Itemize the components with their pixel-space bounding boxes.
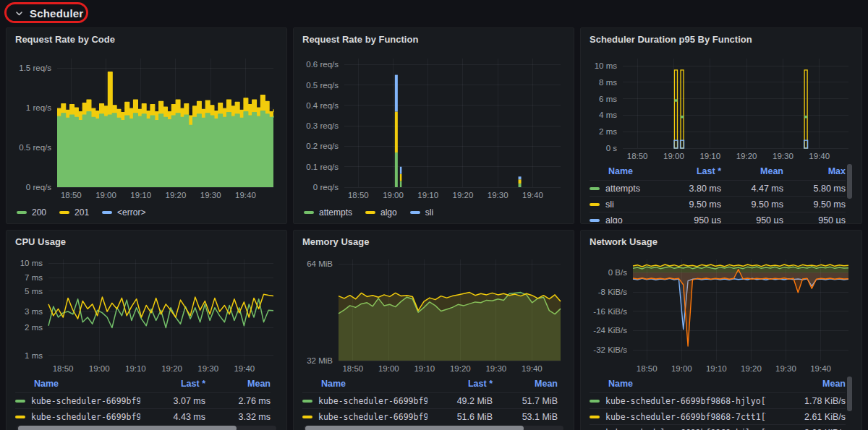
chart-cpu-usage[interactable]: 1 ms2 ms3 ms5 ms7 ms10 ms18:5019:0019:10… xyxy=(15,254,278,375)
legend-column-header[interactable]: Mean xyxy=(205,379,271,389)
legend-label: 201 xyxy=(75,207,89,218)
panel-title[interactable]: Scheduler Duration p95 By Function xyxy=(590,34,853,51)
bar-spike[interactable] xyxy=(804,70,808,148)
legend-row: algo950 µs950 µs950 µs xyxy=(590,212,846,223)
legend-series-name[interactable]: kube-scheduler-6699bf9868-hjlyo xyxy=(15,396,140,406)
bar-spike[interactable] xyxy=(400,167,402,187)
chart-svg[interactable]: 0 s2 ms4 ms6 ms8 ms10 ms18:5019:0019:101… xyxy=(590,51,853,163)
legend-column-header[interactable]: Mean xyxy=(493,379,558,389)
legend-scrollbar[interactable] xyxy=(847,164,852,199)
x-axis-tick-label: 19:20 xyxy=(161,364,182,373)
legend-column-header[interactable]: Mean xyxy=(766,379,846,389)
series-color-chip xyxy=(410,211,420,214)
legend-series-name[interactable]: kube-scheduler-6699bf9868-7ctt1[Tx] xyxy=(590,412,766,422)
bar-spike[interactable] xyxy=(519,176,522,187)
chart-svg[interactable]: 32 MiB64 MiB18:5019:0019:1019:2019:3019:… xyxy=(302,254,565,375)
legend-item-<error>[interactable]: <error> xyxy=(102,207,145,218)
chevron-down-icon[interactable] xyxy=(14,9,23,17)
legend-label: sli xyxy=(425,207,433,218)
legend-series-name[interactable]: algo xyxy=(590,215,659,224)
legend-column-header[interactable]: Name xyxy=(590,166,659,176)
x-axis-tick-label: 19:30 xyxy=(773,152,793,160)
legend-label: sli xyxy=(605,199,614,210)
bar-spike[interactable] xyxy=(674,70,678,148)
x-axis-tick-label: 19:40 xyxy=(522,364,542,373)
chart-svg[interactable]: 0 B/s-8 KiB/s-16 KiB/s-24 KiB/s-32 KiB/s… xyxy=(590,254,853,375)
x-axis-tick-label: 19:20 xyxy=(736,152,757,160)
legend-label: attempts xyxy=(605,184,640,194)
legend-series-name[interactable]: kube-scheduler-6699bf9868-7ctt1 xyxy=(15,412,140,422)
y-axis-tick-label: 1.5 req/s xyxy=(19,64,51,72)
chart-memory-usage[interactable]: 32 MiB64 MiB18:5019:0019:1019:2019:3019:… xyxy=(302,254,565,375)
chart-scheduler-duration-p95[interactable]: 0 s2 ms4 ms6 ms8 ms10 ms18:5019:0019:101… xyxy=(590,51,853,163)
chart-request-rate-by-code[interactable]: 0 req/s0.5 req/s1 req/s1.5 req/s18:5019:… xyxy=(15,51,278,202)
series-color-chip xyxy=(302,416,312,418)
legend-h-scrollbar[interactable] xyxy=(17,425,276,430)
legend-column-header[interactable]: Mean xyxy=(721,166,783,176)
series-line-kube-scheduler-6699bf9868-7ctt1[Rx][interactable] xyxy=(633,270,848,346)
panel-title[interactable]: Request Rate by Code xyxy=(15,34,278,51)
legend-label: kube-scheduler-6699bf9868-7ctt1[Tx] xyxy=(605,412,766,422)
legend-series-name[interactable]: attempts xyxy=(590,184,659,194)
y-axis-tick-label: 10 ms xyxy=(20,259,43,267)
axis-labels: 0 req/s0.1 req/s0.2 req/s0.3 req/s0.4 re… xyxy=(306,60,543,199)
series-line-kube-scheduler-6699bf9868-hjlyo[Rx][interactable] xyxy=(633,278,848,329)
legend-item-201[interactable]: 201 xyxy=(59,207,89,218)
legend-column-header[interactable]: Last * xyxy=(140,379,205,389)
legend-series-name[interactable]: sli xyxy=(590,199,659,210)
panel-title[interactable]: Memory Usage xyxy=(302,236,565,254)
chart-svg[interactable]: 0 req/s0.1 req/s0.2 req/s0.3 req/s0.4 re… xyxy=(302,51,565,202)
chart-network-usage[interactable]: 0 B/s-8 KiB/s-16 KiB/s-24 KiB/s-32 KiB/s… xyxy=(590,254,853,375)
legend-column-header[interactable]: Last * xyxy=(427,379,493,389)
legend-scrollbar[interactable] xyxy=(847,377,852,411)
legend-header-row: NameLast *MeanMax xyxy=(590,163,846,180)
y-axis-tick-label: 0 req/s xyxy=(26,183,51,192)
legend-item-sli[interactable]: sli xyxy=(410,207,433,218)
series-color-chip xyxy=(15,416,25,418)
panel-title[interactable]: Request Rate by Function xyxy=(302,34,565,51)
bar-spike[interactable] xyxy=(395,75,398,187)
y-axis-tick-label: 0.2 req/s xyxy=(306,142,339,150)
legend-column-header[interactable]: Name xyxy=(590,379,766,389)
panel-request-rate-by-function: Request Rate by Function 0 req/s0.1 req/… xyxy=(293,27,574,224)
scrollbar-thumb[interactable] xyxy=(18,426,237,430)
y-axis-tick-label: 3 ms xyxy=(25,307,43,316)
legend-column-header[interactable]: Name xyxy=(15,379,140,389)
scrollbar-thumb[interactable] xyxy=(305,426,524,430)
y-axis-tick-label: 0.6 req/s xyxy=(306,60,339,69)
series-color-chip xyxy=(365,211,375,214)
row-title[interactable]: Scheduler xyxy=(30,7,83,20)
legend-series-name[interactable]: kube-scheduler-6699bf9868-7ctt1 xyxy=(302,412,427,422)
legend-column-header[interactable]: Max xyxy=(783,166,846,176)
legend-item-algo[interactable]: algo xyxy=(365,207,397,218)
chart-svg[interactable]: 1 ms2 ms3 ms5 ms7 ms10 ms18:5019:0019:10… xyxy=(15,254,278,375)
chart-request-rate-by-function[interactable]: 0 req/s0.1 req/s0.2 req/s0.3 req/s0.4 re… xyxy=(302,51,565,202)
legend-row: kube-scheduler-6699bf9868-7ctt1[Tx]2.61 … xyxy=(590,408,846,424)
legend-h-scrollbar[interactable] xyxy=(304,425,563,430)
legend-column-header[interactable]: Name xyxy=(302,379,427,389)
legend-row: kube-scheduler-6699bf9868-hjlyo[Rx]-3.08… xyxy=(590,424,846,430)
legend-value: 3.80 ms xyxy=(659,184,721,194)
series-line-kube-scheduler-6699bf9868-7ctt1[interactable] xyxy=(48,294,273,319)
legend-series-name[interactable]: kube-scheduler-6699bf9868-hjlyo xyxy=(302,396,427,406)
legend-value: 51.7 MiB xyxy=(493,396,558,406)
legend-column-header[interactable]: Last * xyxy=(659,166,721,176)
legend-series-name[interactable]: kube-scheduler-6699bf9868-hjlyo[Rx] xyxy=(590,428,766,430)
y-axis-tick-label: 8 ms xyxy=(599,78,617,87)
panel-title[interactable]: CPU Usage xyxy=(15,236,278,254)
x-axis-tick-label: 19:30 xyxy=(197,364,218,373)
x-axis-tick-label: 19:00 xyxy=(89,364,110,373)
chart-svg[interactable]: 0 req/s0.5 req/s1 req/s1.5 req/s18:5019:… xyxy=(15,51,278,202)
x-axis-tick-label: 19:00 xyxy=(671,364,692,373)
bar-spike[interactable] xyxy=(681,70,684,148)
legend-series-name[interactable]: kube-scheduler-6699bf9868-hjlyo[Tx] xyxy=(590,396,766,406)
legend-item-200[interactable]: 200 xyxy=(17,207,46,218)
legend-item-attempts[interactable]: attempts xyxy=(304,207,352,218)
y-axis-tick-label: 0.5 req/s xyxy=(306,81,339,90)
panel-title[interactable]: Network Usage xyxy=(590,236,853,254)
legend-value: 4.47 ms xyxy=(721,184,783,194)
legend-header-row: NameLast *Mean xyxy=(15,375,271,392)
series-fill-200 xyxy=(57,111,273,188)
row-header-scheduler[interactable]: Scheduler xyxy=(0,0,868,26)
legend-value: -3.08 KiB/s xyxy=(766,428,846,430)
